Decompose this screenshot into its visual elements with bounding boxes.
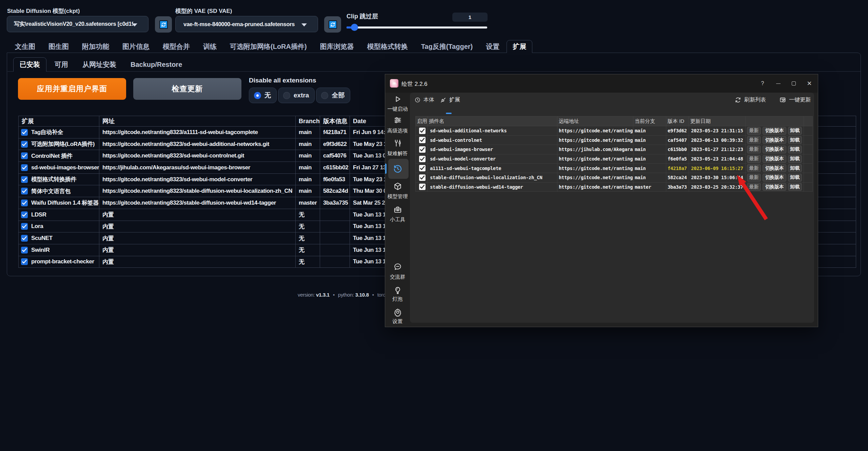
clip-skip-slider[interactable] [347, 26, 487, 29]
slider-thumb[interactable] [351, 24, 358, 31]
enabled-checkbox[interactable] [21, 152, 28, 159]
toolbox-icon[interactable] [385, 205, 410, 214]
subtab-可用[interactable]: 可用 [48, 57, 74, 72]
plugin-button-卸载[interactable]: 卸载 [788, 183, 802, 191]
plugin-button-最新[interactable]: 最新 [747, 155, 761, 163]
sidebar-item-高级选项[interactable]: 高级选项 [385, 128, 410, 134]
plugin-button-卸载[interactable]: 卸载 [788, 136, 802, 144]
enabled-checkbox[interactable] [21, 211, 28, 218]
launcher-tab-本体[interactable]: 本体 [415, 96, 434, 104]
sidebar-item-小工具[interactable]: 小工具 [385, 217, 410, 223]
radio-extra[interactable]: extra [278, 88, 315, 103]
plugin-button-切换版本[interactable]: 切换版本 [763, 164, 786, 172]
minimize-button[interactable] [770, 77, 786, 90]
enabled-checkbox[interactable] [419, 137, 426, 143]
plugin-button-卸载[interactable]: 卸载 [788, 146, 802, 153]
subtab-从网址安装[interactable]: 从网址安装 [76, 57, 122, 72]
sidebar-item-交流群[interactable]: 交流群 [385, 274, 410, 280]
vae-dropdown[interactable]: vae-ft-mse-840000-ema-pruned.safetensors [175, 16, 318, 32]
sidebar-item-设置[interactable]: 设置 [385, 318, 410, 325]
radio-label: 无 [264, 91, 271, 100]
plugin-date-cell: 2023-03-30 15:06:44 [689, 173, 746, 182]
launcher-titlebar[interactable]: 绘世 2.2.6 ? ✕ [385, 74, 818, 93]
plugin-button-最新[interactable]: 最新 [747, 127, 761, 135]
close-button[interactable]: ✕ [802, 77, 817, 90]
plugin-button-切换版本[interactable]: 切换版本 [763, 183, 786, 191]
model-dropdown[interactable]: 写实\realisticVisionV20_v20.safetensors [c… [7, 16, 149, 32]
launcher-tab-扩展[interactable]: 扩展 [440, 96, 460, 104]
sidebar-item-灯泡[interactable]: 灯泡 [385, 296, 410, 302]
plugin-button-卸载[interactable]: 卸载 [788, 127, 802, 135]
plugin-button-最新[interactable]: 最新 [747, 183, 761, 191]
subtab-已安装[interactable]: 已安装 [13, 57, 46, 72]
tab-附加功能[interactable]: 附加功能 [76, 40, 115, 53]
enabled-checkbox[interactable] [21, 141, 28, 148]
radio-无[interactable]: 无 [249, 88, 277, 103]
enabled-checkbox[interactable] [21, 247, 28, 253]
cube-icon[interactable] [385, 182, 410, 191]
launcher-sidebar: 一键启动高级选项疑难解答模型管理小工具交流群灯泡设置 [385, 93, 410, 327]
clip-skip-value[interactable]: 1 [452, 13, 488, 22]
enabled-checkbox[interactable] [21, 200, 28, 206]
enabled-checkbox[interactable] [21, 188, 28, 194]
enabled-checkbox[interactable] [419, 184, 426, 190]
model-refresh-button[interactable] [155, 16, 172, 33]
plugin-name-cell: sd-webui-additional-networks [428, 126, 557, 136]
enabled-checkbox[interactable] [419, 156, 426, 162]
tools-icon[interactable] [385, 139, 410, 148]
toolbar-刷新列表[interactable]: 刷新列表 [735, 96, 766, 104]
plugin-button-卸载[interactable]: 卸载 [788, 164, 802, 172]
bulb-icon[interactable] [385, 286, 410, 295]
tab-图片信息[interactable]: 图片信息 [116, 40, 156, 53]
enabled-checkbox[interactable] [21, 164, 28, 171]
plugin-button-切换版本[interactable]: 切换版本 [763, 136, 786, 144]
tab-模型格式转换[interactable]: 模型格式转换 [361, 40, 414, 53]
maximize-button[interactable] [786, 77, 802, 90]
sidebar-item-疑难解答[interactable]: 疑难解答 [385, 150, 410, 157]
apply-restart-button[interactable]: 应用并重启用户界面 [18, 78, 126, 100]
tab-可选附加网络(LoRA插件)[interactable]: 可选附加网络(LoRA插件) [224, 40, 313, 53]
check-updates-button[interactable]: 检查更新 [133, 78, 241, 100]
enabled-checkbox[interactable] [21, 129, 28, 136]
sidebar-item-一键启动[interactable]: 一键启动 [385, 106, 410, 112]
enabled-checkbox[interactable] [21, 235, 28, 242]
options-icon[interactable] [385, 116, 410, 125]
plugin-button-最新[interactable]: 最新 [747, 174, 761, 182]
tab-模型合并[interactable]: 模型合并 [157, 40, 196, 53]
chat-icon[interactable] [385, 262, 410, 271]
help-button[interactable]: ? [755, 77, 770, 90]
tab-扩展[interactable]: 扩展 [507, 40, 532, 53]
plugin-button-最新[interactable]: 最新 [747, 164, 761, 172]
vae-refresh-button[interactable] [324, 16, 341, 33]
plugin-button-切换版本[interactable]: 切换版本 [763, 155, 786, 163]
history-icon[interactable] [385, 164, 410, 174]
plugin-button-卸载[interactable]: 卸载 [788, 155, 802, 163]
tab-图生图[interactable]: 图生图 [42, 40, 75, 53]
plugin-button-切换版本[interactable]: 切换版本 [763, 146, 786, 153]
tab-设置[interactable]: 设置 [480, 40, 506, 53]
radio-全部[interactable]: 全部 [316, 88, 350, 103]
tab-Tag反推(Tagger)[interactable]: Tag反推(Tagger) [415, 40, 479, 53]
enabled-checkbox[interactable] [419, 165, 426, 171]
gear-icon[interactable] [385, 308, 410, 317]
subtab-Backup/Restore[interactable]: Backup/Restore [124, 57, 188, 72]
enabled-checkbox[interactable] [21, 176, 28, 183]
tab-图库浏览器[interactable]: 图库浏览器 [314, 40, 360, 53]
play-icon[interactable] [385, 95, 410, 104]
refresh-icon [159, 20, 168, 29]
enabled-checkbox[interactable] [419, 146, 426, 153]
enabled-checkbox[interactable] [419, 128, 426, 134]
plugin-button-卸载[interactable]: 卸载 [788, 174, 802, 182]
enabled-checkbox[interactable] [21, 258, 28, 265]
sidebar-item-模型管理[interactable]: 模型管理 [385, 193, 410, 200]
plugin-button-切换版本[interactable]: 切换版本 [763, 174, 786, 182]
tab-文生图[interactable]: 文生图 [9, 40, 41, 53]
plugin-button-最新[interactable]: 最新 [747, 136, 761, 144]
plugin-button-切换版本[interactable]: 切换版本 [763, 127, 786, 135]
tab-训练[interactable]: 训练 [197, 40, 223, 53]
plugin-button-最新[interactable]: 最新 [747, 146, 761, 153]
enabled-checkbox[interactable] [21, 223, 28, 230]
enabled-checkbox[interactable] [419, 174, 426, 181]
plugin-url-cell: https://gitcode.net/ranting8 [557, 182, 633, 192]
toolbar-一键更新[interactable]: 一键更新 [780, 96, 811, 104]
